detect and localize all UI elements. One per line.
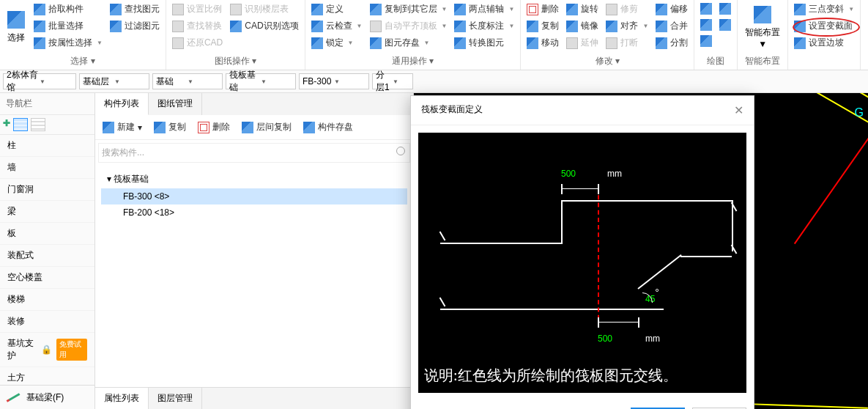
tab-layers[interactable]: 图层管理 [149,388,202,409]
define[interactable]: 定义 [308,1,366,17]
delete-button[interactable]: 删除 [195,119,233,135]
group-label: 图纸操作 ▾ [169,53,302,70]
dialog-title-bar: 筏板变截面定义 ✕ [411,96,754,125]
smart-layout-button[interactable]: 智能布置▼ [741,1,784,53]
copy-to-floor[interactable]: 复制到其它层▼ [367,1,450,17]
floor-combo[interactable]: 基础层▼ [79,73,149,89]
pencil-icon [7,393,21,402]
dialog-footer: 确定 取消 [411,400,754,409]
component-toolbar: 新建 ▾ 复制 删除 层间复制 构件存盘 [95,115,413,140]
nav-item[interactable]: 土方 [0,367,94,385]
set-scale: 设置比例 [169,1,226,17]
tree-item[interactable]: FB-200 <18> [101,204,407,221]
search-icon [396,147,405,155]
nav-item[interactable]: 装配式 [0,245,94,267]
draw-point-icon[interactable] [697,1,715,16]
length-dim[interactable]: 长度标注▼ [451,18,517,34]
move[interactable]: 移动 [524,35,562,51]
batch-select[interactable]: 批量选择 [31,18,105,34]
draw-icon[interactable] [716,18,734,32]
cloud-check[interactable]: 云检查▼ [308,18,366,34]
find-element[interactable]: 查找图元 [107,1,163,17]
delete[interactable]: 删除 [524,1,562,17]
nav-item[interactable]: 楼梯 [0,289,94,311]
draw-icon[interactable] [716,1,734,16]
filter-element[interactable]: 过滤图元 [107,18,163,34]
draw-rect-icon[interactable] [697,34,715,48]
drawing-desc: 说明:红色线为所绘制的筏板图元交线。 [424,366,678,386]
split[interactable]: 分割 [653,35,691,51]
nav-item[interactable]: 墙 [0,157,94,179]
group-label: 绘图 [697,53,734,70]
nav-title: 导航栏 [0,93,94,115]
break: 打断 [603,35,651,51]
tab-drawing-mgmt[interactable]: 图纸管理 [149,93,202,115]
nav-foot[interactable]: 基础梁(F) [0,385,94,409]
three-point-slope[interactable]: 三点变斜▼ [791,1,857,17]
mid-tabs: 构件列表 图纸管理 [95,93,413,115]
bottom-tabs: 属性列表 图层管理 [95,387,413,409]
canvas-line [780,93,868,157]
nav-item[interactable]: 门窗洞 [0,179,94,201]
filter-bar: 2栋体育馆▼ 基础层▼ 基础▼ 筏板基础▼ FB-300▼ 分层1▼ [0,70,868,93]
ribbon: 选择 拾取构件 批量选择 按属性选择▼ 查找图元 过滤图元 选择 ▾ 设置比例 … [0,0,868,70]
trim: 修剪 [603,1,651,17]
two-point-axis[interactable]: 两点辅轴▼ [451,1,517,17]
select-button[interactable]: 选择 [3,1,29,53]
nav-tools: ✚ [0,115,94,135]
save-element[interactable]: 图元存盘▼ [367,35,450,51]
grid-view-icon[interactable] [31,118,45,131]
tab-properties[interactable]: 属性列表 [95,388,149,409]
close-icon[interactable]: ✕ [734,103,743,117]
group-label: 修改 ▾ [524,53,691,70]
extend: 延伸 [563,35,601,51]
component-panel: 构件列表 图纸管理 新建 ▾ 复制 删除 层间复制 构件存盘 搜索构件... ▾… [95,93,414,409]
plus-icon[interactable]: ✚ [3,118,10,131]
category-combo[interactable]: 基础▼ [152,73,223,89]
nav-item[interactable]: 装修 [0,311,94,333]
set-slope[interactable]: 设置边坡 [791,35,857,51]
nav-item[interactable]: 板 [0,223,94,245]
nav-panel: 导航栏 ✚ 柱 墙 门窗洞 梁 板 装配式 空心楼盖 楼梯 装修 基坑支护🔒免费… [0,93,95,409]
tree-root[interactable]: ▾ 筏板基础 [101,170,407,188]
copy[interactable]: 复制 [524,18,562,34]
lock-icon: 🔒 [41,344,52,355]
layer-combo[interactable]: 分层1▼ [372,73,413,89]
var-section-dialog: 筏板变截面定义 ✕ 500 mm 500 mm 45° [410,95,754,409]
copy-button[interactable]: 复制 [151,119,189,135]
nav-item[interactable]: 柱 [0,135,94,157]
building-combo[interactable]: 2栋体育馆▼ [3,73,76,89]
search-input[interactable]: 搜索构件... [98,143,410,163]
mirror[interactable]: 镜像 [563,18,601,34]
nav-list: 柱 墙 门窗洞 梁 板 装配式 空心楼盖 楼梯 装修 基坑支护🔒免费试用 土方 … [0,135,94,385]
save-component-button[interactable]: 构件存盘 [300,119,356,135]
axis-label: G [855,106,864,119]
nav-item-special[interactable]: 基坑支护🔒免费试用 [0,333,94,367]
component-combo[interactable]: FB-300▼ [299,73,369,89]
pick-component[interactable]: 拾取构件 [31,1,105,17]
group-label: 通用操作 ▾ [308,53,518,70]
nav-item[interactable]: 空心楼盖 [0,267,94,289]
offset[interactable]: 偏移 [653,1,691,17]
tab-component-list[interactable]: 构件列表 [95,93,149,115]
draw-line-icon[interactable] [697,18,715,32]
align[interactable]: 对齐▼ [603,18,651,34]
find-replace: 查找替换 [169,18,226,34]
convert-element[interactable]: 转换图元 [451,35,517,51]
component-tree: ▾ 筏板基础 FB-300 <8> FB-200 <18> [95,166,413,225]
list-view-icon[interactable] [13,118,28,131]
lock[interactable]: 锁定▼ [308,35,366,51]
select-by-prop[interactable]: 按属性选择▼ [31,35,105,51]
nav-item[interactable]: 梁 [0,201,94,223]
section-drawing: 500 mm 500 mm 45° [418,133,746,393]
identify-floor: 识别楼层表 [227,1,301,17]
group-label: 智能布置 [741,53,784,70]
cad-options[interactable]: CAD识别选项 [227,18,301,34]
merge[interactable]: 合并 [653,18,691,34]
rotate[interactable]: 旋转 [563,1,601,17]
floor-copy-button[interactable]: 层间复制 [239,119,294,135]
type-combo[interactable]: 筏板基础▼ [226,73,296,89]
new-button[interactable]: 新建 ▾ [100,119,145,135]
dialog-title: 筏板变截面定义 [421,103,483,117]
tree-item[interactable]: FB-300 <8> [101,188,407,204]
